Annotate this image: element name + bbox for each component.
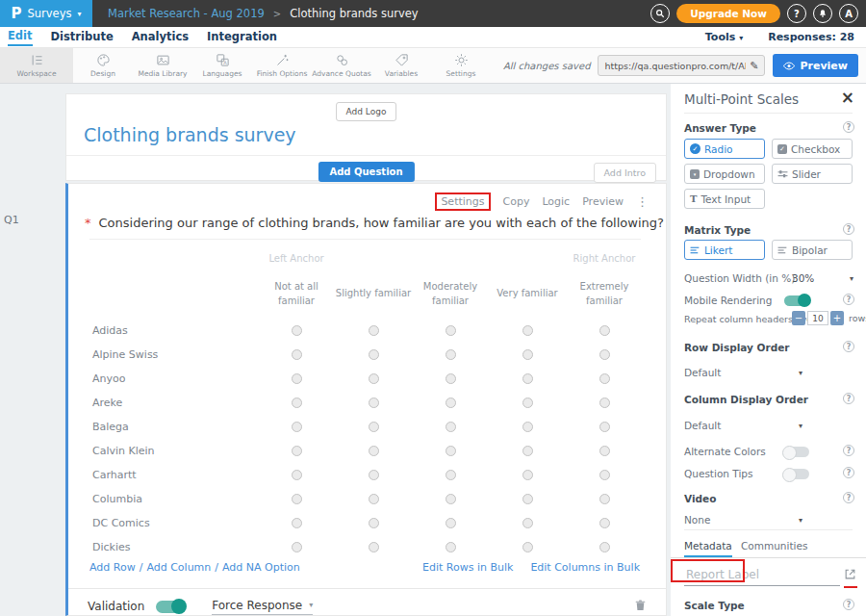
row-label[interactable]: Areke [92,397,258,409]
radio-option[interactable] [446,373,456,384]
radio-option[interactable] [369,542,379,552]
help-icon[interactable]: ? [843,223,854,235]
notifications-button[interactable] [813,4,832,23]
row-label[interactable]: Dickies [92,541,258,553]
radio-option[interactable] [599,470,610,480]
radio-option[interactable] [369,494,379,504]
column-header[interactable]: Moderately familiar [412,279,489,309]
radio-option[interactable] [292,349,302,360]
radio-option[interactable] [369,422,379,432]
tab-metadata[interactable]: Metadata [684,540,732,557]
radio-option[interactable] [446,470,456,480]
open-editor-icon[interactable] [844,566,856,584]
question-logic-link[interactable]: Logic [542,195,570,208]
tab-integration[interactable]: Integration [207,30,277,45]
row-display-order-dropdown[interactable]: Default [684,367,721,378]
row-label[interactable]: Balega [92,421,258,433]
radio-option[interactable] [599,494,610,504]
radio-option[interactable] [446,518,456,528]
question-copy-link[interactable]: Copy [503,195,530,208]
chevron-down-icon[interactable]: ▾ [850,274,853,283]
kebab-menu-icon[interactable]: ⋮ [636,194,649,209]
delete-question-button[interactable] [634,599,647,615]
radio-option[interactable] [292,422,302,432]
radio-option[interactable] [292,518,302,528]
tab-communities[interactable]: Communities [741,540,807,552]
radio-option[interactable] [446,542,456,552]
report-label-input[interactable] [684,565,840,586]
toolbar-media-library[interactable]: Media Library [133,48,192,83]
radio-option[interactable] [522,422,533,432]
radio-option[interactable] [446,494,456,504]
radio-option[interactable] [522,398,533,408]
radio-option[interactable] [292,542,302,552]
radio-option[interactable] [599,542,610,552]
help-button[interactable]: ? [787,4,806,23]
validation-type-dropdown[interactable]: Force Response ▾ [212,599,313,615]
toolbar-languages[interactable]: A Languages [192,48,252,83]
toolbar-variables[interactable]: Variables [371,48,431,83]
validation-toggle[interactable] [156,601,185,613]
increment-button[interactable]: + [830,311,844,325]
help-icon[interactable]: ? [843,393,854,404]
add-question-button[interactable]: Add Question [318,162,414,182]
question-width-value[interactable]: 30% [792,272,814,284]
radio-option[interactable] [599,422,610,432]
radio-option[interactable] [292,494,302,504]
row-label[interactable]: Columbia [92,493,258,505]
video-dropdown[interactable]: None [684,514,710,526]
radio-option[interactable] [369,446,379,456]
row-label[interactable]: Anyoo [92,372,258,385]
question-preview-link[interactable]: Preview [582,195,624,208]
radio-option[interactable] [599,373,610,384]
edit-columns-in-bulk-link[interactable]: Edit Columns in Bulk [530,561,640,574]
radio-option[interactable] [599,446,610,456]
matrix-type-likert[interactable]: Likert [684,240,765,260]
radio-option[interactable] [522,518,533,528]
radio-option[interactable] [522,446,533,456]
row-label[interactable]: Adidas [92,324,258,337]
toolbar-design[interactable]: Design [73,48,133,83]
add-intro-button[interactable]: Add Intro [594,163,656,183]
toolbar-workspace[interactable]: Workspace [0,48,73,83]
column-header[interactable]: Slightly familiar [335,286,412,301]
add-logo-button[interactable]: Add Logo [336,102,397,121]
decrement-button[interactable]: − [792,311,805,325]
radio-option[interactable] [292,398,302,408]
responses-count[interactable]: Responses: 28 [768,31,854,43]
alternate-colors-toggle[interactable] [784,447,809,457]
column-display-order-dropdown[interactable]: Default [684,420,721,431]
radio-option[interactable] [446,349,456,360]
add-na-option-link[interactable]: Add NA Option [222,561,300,574]
radio-option[interactable] [599,325,610,336]
survey-url-field[interactable]: https://qa.questionpro.com/t/APNrfZfQ ✎ [598,55,765,76]
row-label[interactable]: Alpine Swiss [92,348,258,361]
radio-option[interactable] [446,398,456,408]
radio-option[interactable] [292,470,302,480]
help-icon[interactable]: ? [843,121,854,133]
radio-option[interactable] [369,349,379,360]
help-icon[interactable]: ? [843,599,854,610]
toolbar-settings[interactable]: Settings [431,48,491,83]
radio-option[interactable] [599,349,610,360]
radio-option[interactable] [292,373,302,384]
radio-option[interactable] [522,494,533,504]
help-icon[interactable]: ? [843,294,854,305]
radio-option[interactable] [599,518,610,528]
radio-option[interactable] [522,470,533,480]
mobile-rendering-toggle[interactable] [784,295,809,306]
answer-type-dropdown[interactable]: ▾Dropdown [684,164,765,184]
edit-rows-in-bulk-link[interactable]: Edit Rows in Bulk [422,561,513,574]
surveys-product-menu[interactable]: P Surveys ▾ [0,0,92,27]
help-icon[interactable]: ? [843,467,854,478]
answer-type-radio[interactable]: ✓Radio [684,139,765,159]
column-header[interactable]: Not at all familiar [258,279,335,309]
preview-button[interactable]: Preview [773,54,858,77]
search-button[interactable] [650,4,670,23]
repeat-headers-value[interactable]: 10 [807,311,828,325]
help-icon[interactable]: ? [843,492,854,503]
toolbar-advance-quotas[interactable]: Advance Quotas [312,48,371,83]
radio-option[interactable] [292,446,302,456]
toolbar-finish-options[interactable]: Finish Options [252,48,312,83]
edit-url-icon[interactable]: ✎ [750,60,758,72]
